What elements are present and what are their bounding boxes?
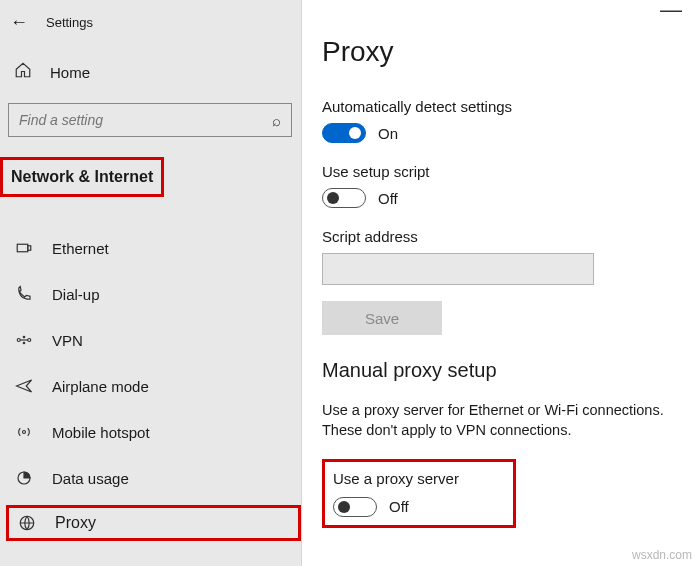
data-usage-icon <box>14 469 34 487</box>
manual-heading: Manual proxy setup <box>322 359 700 382</box>
sidebar-item-airplane[interactable]: Airplane mode <box>0 363 301 409</box>
sidebar-item-label: Ethernet <box>52 240 109 257</box>
app-title: Settings <box>46 15 93 30</box>
auto-detect-label: Automatically detect settings <box>322 98 700 115</box>
vpn-icon <box>14 331 34 349</box>
airplane-icon <box>14 377 34 395</box>
sidebar-item-label: VPN <box>52 332 83 349</box>
search-field[interactable] <box>19 112 249 128</box>
svg-point-3 <box>28 339 31 342</box>
use-proxy-state: Off <box>389 498 409 515</box>
page-title: Proxy <box>322 36 700 68</box>
auto-detect-toggle[interactable] <box>322 123 366 143</box>
ethernet-icon <box>14 239 34 257</box>
svg-point-6 <box>23 431 26 434</box>
svg-rect-0 <box>17 244 28 252</box>
setup-script-state: Off <box>378 190 398 207</box>
save-button[interactable]: Save <box>322 301 442 335</box>
use-proxy-group: Use a proxy server Off <box>322 459 516 528</box>
use-proxy-toggle[interactable] <box>333 497 377 517</box>
svg-point-2 <box>17 339 20 342</box>
minimize-icon[interactable]: — <box>660 4 682 15</box>
sidebar-item-proxy[interactable]: Proxy <box>6 505 301 541</box>
content-pane: — Proxy Automatically detect settings On… <box>302 0 700 566</box>
sidebar-item-label: Mobile hotspot <box>52 424 150 441</box>
svg-point-5 <box>23 342 25 344</box>
search-icon: ⌕ <box>272 112 281 129</box>
sidebar-item-label: Data usage <box>52 470 129 487</box>
phone-icon <box>14 285 34 303</box>
manual-desc: Use a proxy server for Ethernet or Wi-Fi… <box>322 400 700 441</box>
svg-point-4 <box>23 336 25 338</box>
titlebar: ← Settings <box>0 8 301 51</box>
setup-script-label: Use setup script <box>322 163 700 180</box>
script-address-input[interactable] <box>322 253 594 285</box>
sidebar-item-label: Dial-up <box>52 286 100 303</box>
sidebar-item-vpn[interactable]: VPN <box>0 317 301 363</box>
home-icon <box>14 61 32 83</box>
sidebar-item-label: Airplane mode <box>52 378 149 395</box>
sidebar-item-hotspot[interactable]: Mobile hotspot <box>0 409 301 455</box>
sidebar-item-label: Proxy <box>55 514 96 532</box>
nav-list: Ethernet Dial-up VPN Airplane mode Mobil… <box>0 225 301 541</box>
section-header: Network & Internet <box>0 157 164 197</box>
watermark: wsxdn.com <box>632 548 692 562</box>
sidebar-item-label: Home <box>50 64 90 81</box>
sidebar-item-home[interactable]: Home <box>0 51 301 93</box>
globe-icon <box>17 514 37 532</box>
auto-detect-state: On <box>378 125 398 142</box>
search-input[interactable]: ⌕ <box>8 103 292 137</box>
hotspot-icon <box>14 423 34 441</box>
setup-script-toggle[interactable] <box>322 188 366 208</box>
sidebar-item-dialup[interactable]: Dial-up <box>0 271 301 317</box>
back-icon[interactable]: ← <box>10 12 28 33</box>
script-address-label: Script address <box>322 228 700 245</box>
use-proxy-label: Use a proxy server <box>333 470 459 487</box>
sidebar: ← Settings Home ⌕ Network & Internet Eth… <box>0 0 302 566</box>
sidebar-item-ethernet[interactable]: Ethernet <box>0 225 301 271</box>
svg-rect-1 <box>28 246 31 251</box>
sidebar-item-datausage[interactable]: Data usage <box>0 455 301 501</box>
